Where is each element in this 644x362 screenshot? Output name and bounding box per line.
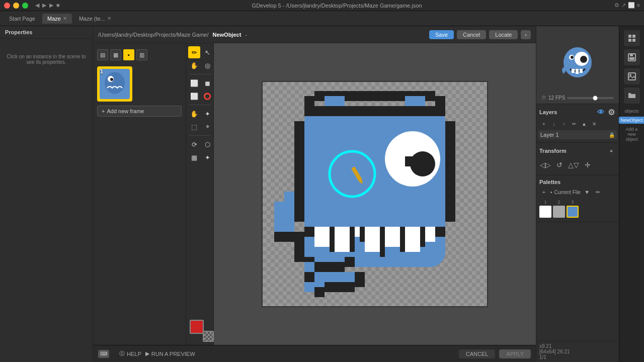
- preview-sprite: [557, 41, 598, 81]
- select-tool[interactable]: ↖: [201, 46, 213, 58]
- palette-dropdown-button[interactable]: ▼: [583, 188, 592, 197]
- os-minimize-dot[interactable]: [13, 3, 19, 9]
- svg-rect-24: [365, 227, 380, 252]
- tab-maze[interactable]: Maze ✕: [42, 14, 72, 24]
- apply-button[interactable]: APPLY: [499, 349, 531, 358]
- cancel-bottom-button[interactable]: CANCEL: [459, 349, 496, 358]
- locate-button[interactable]: Locate: [489, 30, 518, 39]
- svg-rect-12: [405, 96, 425, 106]
- os-fullscreen-dot[interactable]: [22, 3, 28, 9]
- tool-group-6: ⬚ ⌖: [188, 121, 211, 133]
- svg-rect-42: [314, 287, 325, 297]
- run-preview-button[interactable]: ▶ RUN A PREVIEW: [145, 350, 195, 357]
- eyedropper-tool[interactable]: ✦: [201, 108, 213, 120]
- hand2-tool[interactable]: ✋: [188, 108, 200, 120]
- tab-start-page[interactable]: Start Page: [4, 14, 40, 24]
- svg-rect-46: [274, 202, 284, 232]
- tool-group-3: ⬜ ◼: [188, 77, 211, 89]
- svg-rect-32: [400, 227, 405, 252]
- objects-icon: [627, 34, 636, 43]
- far-right-folder-button[interactable]: [624, 87, 640, 104]
- palette-dot: •: [550, 190, 552, 195]
- svg-rect-35: [294, 232, 304, 262]
- layer-1-label: Layer 1: [540, 132, 559, 138]
- palette-swatch-3[interactable]: [567, 206, 579, 218]
- canvas-area[interactable]: [214, 43, 536, 345]
- palette-add-button[interactable]: +: [539, 188, 548, 197]
- ellipse-tool[interactable]: ⭕: [201, 90, 213, 102]
- expand-button[interactable]: ›: [521, 30, 531, 39]
- far-right-save-button[interactable]: [624, 49, 640, 65]
- view-btn-3[interactable]: ▪: [123, 49, 134, 60]
- rect-select-tool[interactable]: ⬚: [188, 121, 200, 133]
- svg-rect-16: [405, 156, 415, 166]
- tab-maze-close[interactable]: ✕: [63, 16, 67, 21]
- erase-tool[interactable]: ⬜: [188, 77, 200, 89]
- coords-x: x9.21: [539, 343, 616, 349]
- view-btn-2[interactable]: ▦: [110, 49, 121, 60]
- tool-group-4: ⬜ ⭕: [188, 90, 211, 102]
- os-close-dot[interactable]: [4, 3, 10, 9]
- help-button[interactable]: ⓪ HELP: [119, 350, 141, 357]
- pencil-tool[interactable]: ✏: [188, 46, 200, 58]
- palette-edit-button[interactable]: ✏: [594, 188, 603, 197]
- svg-rect-6: [445, 121, 455, 222]
- tab-maze2-close[interactable]: ✕: [107, 16, 111, 21]
- hand-tool[interactable]: ✋: [188, 59, 200, 71]
- layer-1-row[interactable]: Layer 1 🔒: [538, 130, 617, 139]
- fit-button[interactable]: ✛: [582, 159, 594, 171]
- layer-down-button[interactable]: ↓: [549, 119, 558, 128]
- layers-actions: 👁 ⚙: [596, 108, 616, 117]
- layers-settings-button[interactable]: ⚙: [607, 108, 616, 117]
- cancel-button[interactable]: Cancel: [457, 30, 486, 39]
- keyboard-icon[interactable]: ⌨: [98, 350, 109, 358]
- coords-info: x9.21 [64x64] 26:21 1/1: [536, 341, 619, 362]
- layer-delete-button[interactable]: ✕: [590, 119, 599, 128]
- fps-slider[interactable]: [567, 97, 614, 99]
- fps-bar: ⏱ 12 FPS: [538, 94, 617, 102]
- eyedropper2-tool[interactable]: ✦: [201, 151, 213, 163]
- monster-sprite: [274, 91, 475, 297]
- far-right-image-button[interactable]: [624, 68, 640, 84]
- transform-add-button[interactable]: +: [607, 146, 616, 155]
- svg-rect-5: [294, 121, 304, 222]
- view-btn-4[interactable]: ▥: [136, 49, 147, 60]
- save-button[interactable]: Save: [429, 30, 454, 39]
- color-swatches: [190, 320, 210, 338]
- frame-1-thumb[interactable]: 1: [97, 66, 132, 102]
- rotate-tool[interactable]: ⟳: [188, 138, 200, 150]
- add-layer-button[interactable]: +: [539, 119, 548, 128]
- add-new-object-label[interactable]: Add a new object: [621, 127, 642, 142]
- secondary-color-swatch[interactable]: [203, 331, 214, 342]
- target-tool[interactable]: ◎: [201, 59, 213, 71]
- palette-swatch-2[interactable]: [553, 206, 565, 218]
- primary-color-swatch[interactable]: [190, 320, 204, 334]
- polygon-tool[interactable]: ⬡: [201, 138, 213, 150]
- tool-divider-2: [189, 105, 210, 105]
- palettes-header: Palettes: [538, 177, 617, 187]
- sprite-content: ▤ ▦ ▪ ▥ 1: [93, 43, 536, 345]
- add-frame-button[interactable]: + Add new frame: [97, 106, 182, 117]
- svg-rect-31: [380, 227, 385, 257]
- layer-up-button[interactable]: ↑: [559, 119, 569, 128]
- layers-visibility-toggle[interactable]: 👁: [596, 108, 605, 117]
- svg-rect-47: [274, 232, 294, 242]
- far-right-objects-button[interactable]: [624, 30, 640, 46]
- rect-tool[interactable]: ⬜: [188, 90, 200, 102]
- svg-rect-56: [580, 69, 583, 73]
- layer-edit-button[interactable]: ✏: [570, 119, 579, 128]
- flip-v-button[interactable]: △▽: [568, 159, 580, 171]
- palette-swatch-1[interactable]: [539, 206, 551, 218]
- paint-bucket-tool[interactable]: ◼: [201, 77, 213, 89]
- tab-maze2[interactable]: Maze (te... ✕: [74, 14, 116, 24]
- view-btn-1[interactable]: ▤: [97, 49, 108, 60]
- layer-merge-button[interactable]: ▲: [580, 119, 589, 128]
- lasso-tool[interactable]: ⌖: [201, 121, 213, 133]
- svg-rect-58: [632, 35, 635, 38]
- pattern-tool[interactable]: ▦: [188, 151, 200, 163]
- rotate-ccw-button[interactable]: ↺: [553, 159, 566, 171]
- flip-h-button[interactable]: ◁▷: [539, 159, 551, 171]
- fps-handle[interactable]: [593, 96, 598, 101]
- tool-group-draw: ✏ ↖: [188, 46, 211, 58]
- sprite-canvas[interactable]: [262, 81, 488, 307]
